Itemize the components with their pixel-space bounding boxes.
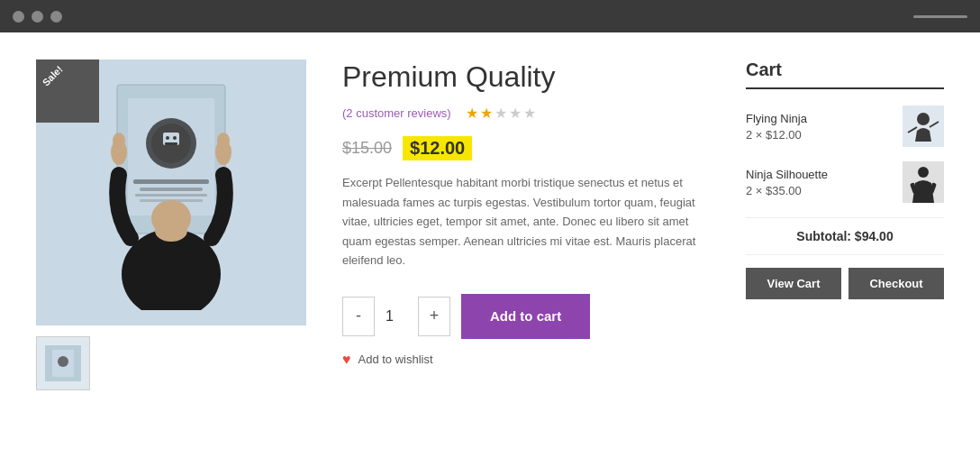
product-image-area: Sale! xyxy=(36,60,306,440)
main-product-image: Sale! xyxy=(36,60,306,325)
quantity-plus-button[interactable]: + xyxy=(419,297,449,336)
star-rating: ★ ★ ★ ★ ★ xyxy=(466,105,536,122)
cart-item-2-price: 2 × $35.00 xyxy=(746,184,894,197)
title-bar xyxy=(0,0,980,32)
reviews-link[interactable]: (2 customer reviews) xyxy=(342,106,451,120)
svg-rect-9 xyxy=(140,188,203,191)
svg-point-5 xyxy=(166,136,169,140)
add-to-cart-button[interactable]: Add to cart xyxy=(461,294,590,339)
product-poster-svg xyxy=(81,76,261,310)
quantity-control: - + xyxy=(342,297,450,336)
cart-buttons: View Cart Checkout xyxy=(746,268,944,299)
sale-badge-text: Sale! xyxy=(41,63,65,87)
svg-point-21 xyxy=(58,356,68,367)
product-description: Excerpt Pellentesque habitant morbi tris… xyxy=(342,173,710,270)
cart-item-1-info: Flying Ninja 2 × $12.00 xyxy=(746,112,894,142)
cart-subtotal: Subtotal: $94.00 xyxy=(746,217,944,255)
svg-point-23 xyxy=(917,113,930,125)
svg-rect-7 xyxy=(165,142,177,145)
svg-point-27 xyxy=(918,167,929,178)
star-4: ★ xyxy=(509,105,522,122)
svg-point-18 xyxy=(151,200,191,236)
subtotal-value: $94.00 xyxy=(855,229,894,243)
window-dot-3[interactable] xyxy=(50,11,62,23)
window-dot-1[interactable] xyxy=(13,11,24,23)
svg-rect-8 xyxy=(133,179,209,184)
cart-sidebar: Cart Flying Ninja 2 × $12.00 xyxy=(746,60,944,440)
cart-item-1-price: 2 × $12.00 xyxy=(746,128,894,142)
cart-title: Cart xyxy=(746,60,944,80)
sale-badge: Sale! xyxy=(36,60,99,123)
svg-rect-10 xyxy=(135,194,207,197)
cart-item-2-name: Ninja Silhouette xyxy=(746,168,894,181)
subtotal-label: Subtotal: xyxy=(796,229,851,243)
cart-item-2-info: Ninja Silhouette 2 × $35.00 xyxy=(746,168,894,197)
quantity-minus-button[interactable]: - xyxy=(343,297,374,336)
original-price: $15.00 xyxy=(342,139,392,158)
cart-item-2-image xyxy=(903,161,944,203)
product-details: Premium Quality (2 customer reviews) ★ ★… xyxy=(342,60,710,440)
star-2: ★ xyxy=(480,105,493,122)
cart-item-1: Flying Ninja 2 × $12.00 xyxy=(746,105,944,147)
thumbnail-strip xyxy=(36,336,306,390)
add-to-cart-row: - + Add to cart xyxy=(342,294,710,339)
svg-point-13 xyxy=(113,133,125,149)
cart-item-1-name: Flying Ninja xyxy=(746,112,894,125)
svg-point-6 xyxy=(173,136,177,140)
star-1: ★ xyxy=(466,105,478,122)
wishlist-row: ♥ Add to wishlist xyxy=(342,352,710,368)
sale-price: $12.00 xyxy=(403,136,472,160)
window-dot-2[interactable] xyxy=(32,11,43,23)
heart-icon: ♥ xyxy=(342,352,351,368)
title-bar-line xyxy=(913,15,967,18)
cart-item-1-image xyxy=(903,105,944,147)
add-to-wishlist-link[interactable]: Add to wishlist xyxy=(358,353,433,366)
checkout-button[interactable]: Checkout xyxy=(848,268,944,299)
svg-point-15 xyxy=(217,133,230,149)
view-cart-button[interactable]: View Cart xyxy=(746,268,841,299)
page-content: Sale! xyxy=(0,32,980,467)
price-row: $15.00 $12.00 xyxy=(342,136,710,160)
star-5: ★ xyxy=(523,105,536,122)
cart-divider xyxy=(746,87,944,89)
reviews-row: (2 customer reviews) ★ ★ ★ ★ ★ xyxy=(342,105,710,122)
cart-item-2: Ninja Silhouette 2 × $35.00 xyxy=(746,161,944,203)
thumbnail-1[interactable] xyxy=(36,336,90,390)
star-3: ★ xyxy=(495,105,507,122)
quantity-input[interactable] xyxy=(374,297,419,336)
product-title: Premium Quality xyxy=(342,60,710,94)
